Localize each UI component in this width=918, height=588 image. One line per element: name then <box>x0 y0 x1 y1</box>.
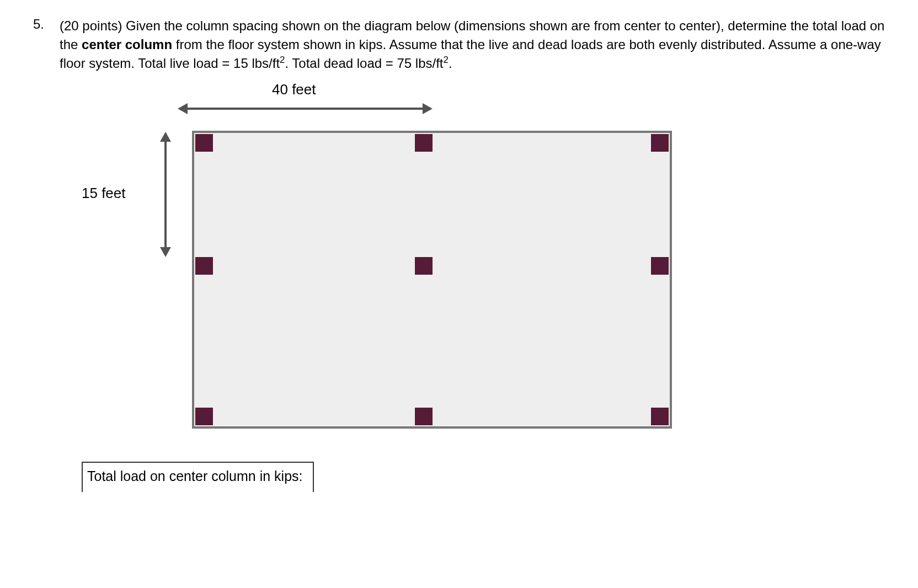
text-part4: . <box>449 56 452 71</box>
dimension-arrow-vertical <box>164 141 167 248</box>
bold-text: center column <box>82 37 172 52</box>
column-bottom-middle <box>415 408 433 425</box>
superscript2: 2 <box>444 55 449 65</box>
column-bottom-right <box>651 408 669 425</box>
dimension-label-vertical: 15 feet <box>82 185 126 202</box>
column-top-right <box>651 134 669 152</box>
question-text: (20 points) Given the column spacing sho… <box>60 17 885 73</box>
column-center <box>415 257 433 275</box>
answer-box[interactable]: Total load on center column in kips: <box>82 462 314 492</box>
text-part2: from the floor system shown in kips. Ass… <box>60 37 881 71</box>
dimension-label-horizontal: 40 feet <box>272 81 316 98</box>
dimension-arrow-horizontal <box>186 108 424 110</box>
column-mid-right <box>651 257 669 275</box>
column-bottom-left <box>195 408 213 425</box>
column-mid-left <box>195 257 213 275</box>
floor-plan <box>192 131 672 429</box>
column-top-left <box>195 134 213 152</box>
column-top-middle <box>415 134 433 152</box>
question-body: (20 points) Given the column spacing sho… <box>60 17 885 492</box>
question-container: 5. (20 points) Given the column spacing … <box>33 17 885 492</box>
answer-box-label: Total load on center column in kips: <box>87 468 303 484</box>
question-number: 5. <box>33 17 50 32</box>
points-prefix: (20 points) <box>60 18 126 33</box>
diagram: 40 feet 15 feet <box>82 81 633 451</box>
text-part3: . Total dead load = 75 lbs/ft <box>285 56 443 71</box>
